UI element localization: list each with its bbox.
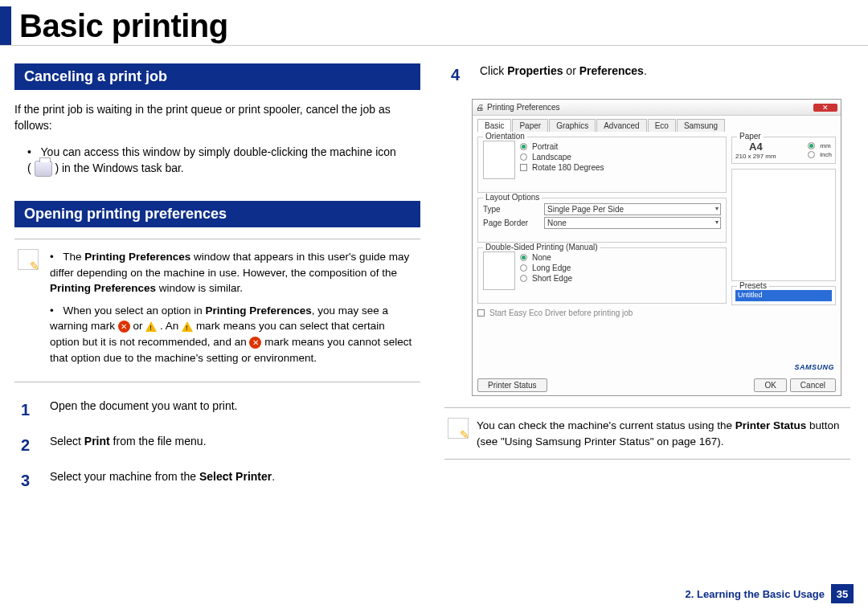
printing-preferences-dialog: 🖨 Printing Preferences ✕ Basic Paper Gra… <box>472 99 841 396</box>
tab-eco[interactable]: Eco <box>648 119 676 132</box>
step2-text: Select Print from the file menu. <box>50 434 207 456</box>
note1-li1: The Printing Preferences window that app… <box>50 249 417 296</box>
x-icon: ✕ <box>118 321 130 333</box>
tab-paper[interactable]: Paper <box>512 119 548 132</box>
printer-status-button[interactable]: Printer Status <box>477 378 547 392</box>
chapter-label: 2. Learning the Basic Usage <box>686 588 825 600</box>
x-icon: ✕ <box>249 337 261 349</box>
title-accent-block <box>0 6 11 45</box>
right-column: 4 Click Properties or Preferences. 🖨 Pri… <box>444 63 850 505</box>
step3-text: Select your machine from the Select Prin… <box>50 469 275 492</box>
tab-graphics[interactable]: Graphics <box>549 119 596 132</box>
select-preset[interactable]: Untitled <box>735 290 832 301</box>
note-icon <box>448 418 469 439</box>
note1-li2: When you select an option in Printing Pr… <box>50 303 417 366</box>
radio-portrait[interactable]: Portrait <box>520 142 604 151</box>
dialog-tabs: Basic Paper Graphics Advanced Eco Samsun… <box>477 119 836 132</box>
orientation-thumb <box>483 141 515 179</box>
radio-mm[interactable]: mm <box>808 142 832 149</box>
page-title: Basic printing <box>19 8 228 44</box>
ok-button[interactable]: OK <box>754 378 786 392</box>
tab-samsung[interactable]: Samsung <box>677 119 725 132</box>
step1-text: Open the document you want to print. <box>50 398 237 421</box>
presets-group: Presets Untitled <box>731 286 836 305</box>
page-footer: 2. Learning the Basic Usage 35 <box>686 584 854 603</box>
duplex-thumb <box>483 251 515 290</box>
samsung-logo: SAMSUNG <box>794 363 834 371</box>
duplex-group: Double-Sided Printing (Manual) None Long… <box>477 247 727 304</box>
page-title-bar: Basic printing <box>0 0 868 46</box>
section-header-prefs: Opening printing preferences <box>14 201 420 227</box>
note2-text: You can check the machine's current stat… <box>477 418 847 449</box>
radio-duplex-none[interactable]: None <box>520 253 572 262</box>
printer-icon <box>35 161 52 177</box>
step-num-1: 1 <box>21 398 37 421</box>
radio-duplex-short[interactable]: Short Edge <box>520 274 572 283</box>
tab-advanced[interactable]: Advanced <box>596 119 646 132</box>
cancel-intro: If the print job is waiting in the print… <box>14 101 420 134</box>
left-column: Canceling a print job If the print job i… <box>14 63 420 505</box>
paper-info: Paper A4 210 x 297 mm mm inch <box>731 137 836 164</box>
section-header-cancel: Canceling a print job <box>14 63 420 90</box>
dialog-title: Printing Preferences <box>487 103 560 112</box>
select-page-border[interactable]: None <box>544 217 721 229</box>
orientation-group: Orientation Portrait Landscape Rotate 18… <box>477 137 727 193</box>
step-4: 4 Click Properties or Preferences. <box>451 63 850 86</box>
step-num-3: 3 <box>21 469 37 492</box>
dialog-titlebar: 🖨 Printing Preferences ✕ <box>473 100 841 116</box>
radio-inch[interactable]: inch <box>808 151 832 158</box>
note-icon <box>18 249 39 270</box>
step-num-2: 2 <box>21 434 37 456</box>
cancel-bullet-pre: You can access this window by simply dou… <box>41 145 396 158</box>
close-icon[interactable]: ✕ <box>813 104 837 112</box>
check-rotate180[interactable]: Rotate 180 Degrees <box>520 163 604 172</box>
page-number: 35 <box>831 584 854 603</box>
select-layout-type[interactable]: Single Page Per Side <box>544 203 721 215</box>
step-3: 3 Select your machine from the Select Pr… <box>21 469 420 492</box>
step4-text: Click Properties or Preferences. <box>480 63 647 86</box>
printer-icon: 🖨 <box>476 103 484 112</box>
page-preview <box>731 169 836 281</box>
step-1: 1 Open the document you want to print. <box>21 398 420 421</box>
layout-group: Layout Options TypeSingle Page Per Side … <box>477 198 727 243</box>
note-box-1: The Printing Preferences window that app… <box>14 239 420 382</box>
cancel-bullet: You can access this window by simply dou… <box>27 144 420 178</box>
tab-basic[interactable]: Basic <box>477 119 511 132</box>
cancel-button[interactable]: Cancel <box>790 378 836 392</box>
radio-landscape[interactable]: Landscape <box>520 153 604 161</box>
cancel-bullet-post: ) in the Windows task bar. <box>55 161 183 174</box>
step-num-4: 4 <box>451 63 467 86</box>
warn-icon <box>145 321 157 332</box>
note-box-2: You can check the machine's current stat… <box>444 407 850 460</box>
step-2: 2 Select Print from the file menu. <box>21 434 420 456</box>
check-easy-eco[interactable]: Start Easy Eco Driver before printing jo… <box>477 309 727 317</box>
warn-icon <box>182 321 193 332</box>
radio-duplex-long[interactable]: Long Edge <box>520 264 572 272</box>
